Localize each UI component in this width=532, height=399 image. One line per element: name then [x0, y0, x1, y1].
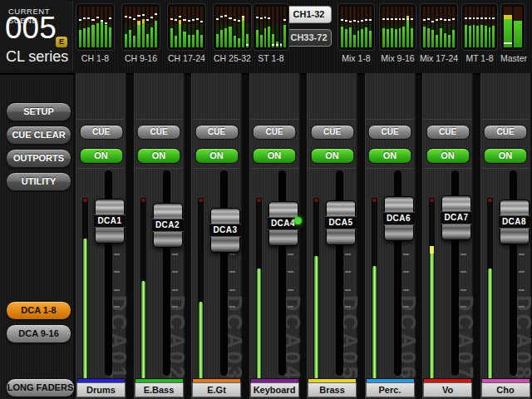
meter-bar [256, 7, 259, 47]
meter-fill [488, 268, 492, 379]
cue-button[interactable]: CUE [137, 125, 181, 140]
bank-button-ch1-32[interactable]: CH1-32 [286, 6, 332, 23]
long-faders-button[interactable]: LONG FADERS [6, 378, 75, 397]
fader-knob[interactable]: DCA8 [500, 200, 530, 244]
meter-peak-led [314, 199, 318, 202]
cue-button[interactable]: CUE [253, 125, 297, 140]
channel-name[interactable]: Drums [76, 382, 126, 397]
fader-knob[interactable]: DCA5 [326, 200, 356, 245]
fader-position-mark [175, 19, 177, 21]
meter-block-ch-1-8[interactable]: CH 1-8 [76, 3, 115, 63]
channel-name[interactable]: Perc. [366, 382, 415, 397]
meter-bar [353, 7, 356, 47]
fader-scale-tick [461, 271, 466, 273]
on-button[interactable]: ON [137, 148, 181, 164]
dca-9-16-button[interactable]: DCA 9-16 [6, 324, 71, 343]
cue-button[interactable]: CUE [368, 125, 412, 140]
meter-bar-fill [224, 28, 227, 47]
fader-knob[interactable]: DCA6 [384, 196, 414, 241]
on-button[interactable]: ON [368, 148, 412, 164]
on-button[interactable]: ON [79, 148, 123, 164]
meter-block-mix-1-8[interactable]: Mix 1-8 [337, 3, 375, 63]
channel-name[interactable]: Keyboard [250, 382, 299, 397]
fader-knob[interactable]: DCA7 [441, 195, 471, 240]
meter-bar-fill [125, 34, 127, 47]
utility-button[interactable]: UTILITY [6, 172, 71, 191]
meter-bar-fill [179, 24, 181, 47]
channel-name[interactable]: Cho [481, 382, 530, 397]
channel-name[interactable]: E.Bass [135, 382, 184, 397]
meter-bar [349, 7, 352, 47]
meter-bar-fill [349, 27, 352, 48]
meter-bar-fill [146, 34, 149, 47]
on-button[interactable]: ON [195, 148, 239, 164]
meter-peak-led [372, 199, 377, 202]
bank-button-ch33-72[interactable]: CH33-72 [286, 29, 332, 47]
meter-bar [369, 7, 372, 47]
fader-knob[interactable]: DCA3 [210, 208, 240, 253]
fader-knob[interactable]: DCA4 [268, 201, 298, 246]
channel-strip-dca05: CUEONDCA05DCA5Brass [307, 73, 357, 399]
divider [308, 119, 356, 120]
meter-bar [448, 7, 451, 47]
meter-bar [504, 7, 512, 47]
cue-button[interactable]: CUE [310, 125, 354, 140]
cue-clear-button[interactable]: CUE CLEAR [6, 126, 71, 145]
on-button[interactable]: ON [253, 148, 297, 164]
cue-button[interactable]: CUE [195, 125, 239, 140]
meter-bar [234, 7, 236, 47]
fader-scale-tick [229, 306, 235, 308]
scene-panel[interactable]: CURRENT SCENE 005 E CL series [1, 1, 73, 71]
on-button[interactable]: ON [484, 148, 528, 164]
fader-position-mark [492, 17, 495, 19]
on-button[interactable]: ON [310, 148, 354, 164]
meter-peak-led [257, 199, 261, 202]
fader-knob[interactable]: DCA1 [95, 199, 125, 244]
meter-block-label: Mix 1-8 [337, 53, 375, 63]
fader-knob[interactable]: DCA2 [153, 203, 183, 248]
channel-name[interactable]: E.Gt [192, 382, 241, 397]
on-button[interactable]: ON [426, 148, 470, 164]
meter-peak-led [488, 199, 492, 202]
outports-button[interactable]: OUTPORTS [6, 149, 71, 168]
meter-bar-fill [96, 23, 99, 47]
meter-bar [150, 7, 153, 47]
meter-bar [485, 7, 487, 47]
fader-position-mark [448, 19, 451, 21]
meter-bar [357, 7, 360, 47]
fader-position-mark [427, 18, 430, 20]
meter-block-ch-25-32[interactable]: CH 25-32 [213, 3, 252, 63]
meter-bar-fill [229, 27, 231, 47]
fader-position-mark [283, 19, 286, 21]
meter-block-mt-1-8[interactable]: MT 1-8 [461, 3, 498, 63]
fader-position-mark [179, 16, 181, 17]
channel-name[interactable]: Brass [308, 382, 357, 397]
meter-bar-fill [431, 30, 434, 47]
meter-bar-fill [170, 28, 173, 47]
fader-position-mark [402, 18, 405, 20]
meter-bar-fill [448, 35, 451, 47]
fader-position-mark [353, 20, 356, 22]
divider [135, 168, 183, 169]
meter-block-mix-17-24[interactable]: Mix 17-24 [420, 3, 458, 63]
cue-button[interactable]: CUE [79, 125, 123, 140]
meter-block-master[interactable]: Master [500, 3, 525, 63]
meter-bar-fill [220, 30, 223, 47]
fader-position-mark [280, 44, 283, 46]
fader-position-mark [473, 17, 475, 19]
divider [482, 119, 530, 120]
meter-block-mix-9-16[interactable]: Mix 9-16 [379, 3, 416, 63]
channel-name[interactable]: Vo [423, 382, 472, 397]
setup-button[interactable]: SETUP [6, 102, 71, 121]
meter-fill [199, 302, 203, 379]
cue-button[interactable]: CUE [484, 125, 528, 140]
fader-knob-label: DCA5 [325, 216, 357, 229]
dca-1-8-button[interactable]: DCA 1-8 [6, 301, 71, 320]
meter-block-st-1-8[interactable]: ST 1-8 [253, 3, 289, 63]
meter-block-ch-9-16[interactable]: CH 9-16 [121, 3, 160, 63]
divider [367, 119, 414, 120]
fader-position-mark [192, 19, 195, 21]
meter-block-ch-17-24[interactable]: CH 17-24 [167, 3, 206, 63]
meter-bar-fill [440, 28, 442, 47]
cue-button[interactable]: CUE [426, 125, 470, 140]
